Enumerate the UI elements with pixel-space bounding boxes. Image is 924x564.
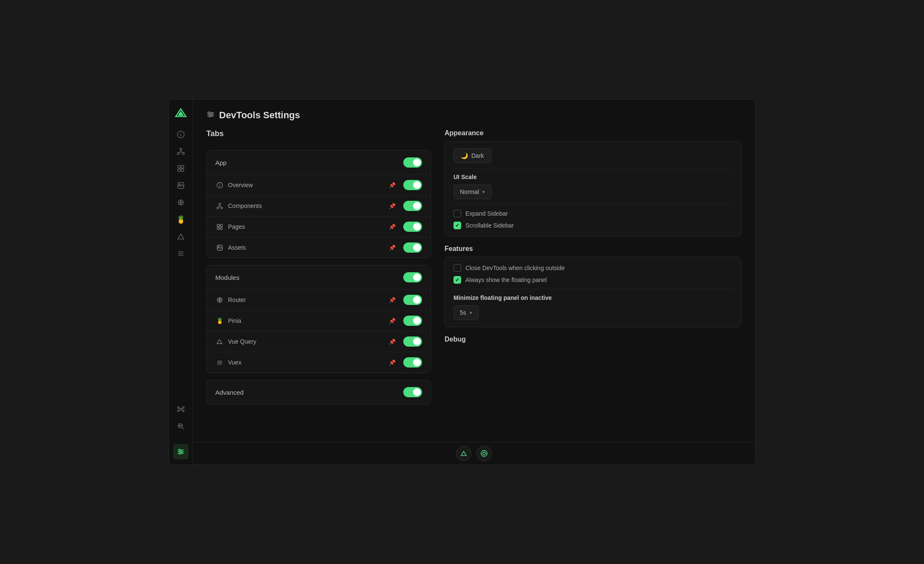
overview-label: Overview bbox=[228, 182, 385, 188]
assets-pin[interactable]: 📌 bbox=[389, 245, 396, 251]
ui-scale-chevron: ▾ bbox=[482, 189, 485, 195]
assets-toggle[interactable] bbox=[403, 242, 422, 253]
svg-point-40 bbox=[179, 453, 181, 454]
vuequery-label: Vue Query bbox=[228, 338, 385, 345]
pinia-pin[interactable]: 📌 bbox=[389, 318, 396, 324]
appearance-label: Appearance bbox=[445, 129, 741, 137]
router-pin[interactable]: 📌 bbox=[389, 297, 396, 303]
svg-rect-57 bbox=[220, 224, 222, 226]
svg-rect-59 bbox=[220, 227, 222, 229]
right-panel: Appearance 🌙 Dark UI Scale Normal ▾ bbox=[445, 129, 741, 433]
svg-point-44 bbox=[208, 111, 210, 113]
vuequery-row: Vue Query 📌 bbox=[207, 331, 431, 352]
advanced-label: Advanced bbox=[215, 389, 244, 396]
scrollable-sidebar-row: Scrollable Sidebar bbox=[453, 222, 733, 229]
app-main-row: App bbox=[207, 151, 431, 174]
sidebar-item-search[interactable] bbox=[173, 419, 188, 434]
components-pin[interactable]: 📌 bbox=[389, 203, 396, 209]
pinia-row: 🍍 Pinia 📌 bbox=[207, 310, 431, 331]
sidebar: 🍍 bbox=[169, 100, 193, 464]
sidebar-item-settings[interactable] bbox=[173, 444, 188, 459]
components-label: Components bbox=[228, 202, 385, 209]
always-show-panel-row: Always show the floating panel bbox=[453, 276, 733, 284]
router-row: Router 📌 bbox=[207, 289, 431, 310]
sidebar-item-router[interactable] bbox=[173, 195, 188, 210]
scrollable-sidebar-checkbox[interactable] bbox=[453, 222, 461, 229]
overview-toggle[interactable] bbox=[403, 180, 422, 190]
svg-point-25 bbox=[177, 410, 179, 412]
svg-line-10 bbox=[181, 152, 183, 153]
logo[interactable] bbox=[172, 105, 189, 122]
expand-sidebar-label: Expand Sidebar bbox=[465, 210, 508, 217]
ui-scale-dropdown[interactable]: Normal ▾ bbox=[453, 185, 491, 199]
left-panel: Tabs App O bbox=[206, 129, 445, 433]
modules-toggle[interactable] bbox=[403, 272, 422, 282]
router-toggle[interactable] bbox=[403, 295, 422, 305]
modules-group-card: Modules Router 📌 bbox=[206, 265, 431, 373]
sidebar-item-vuex[interactable] bbox=[173, 246, 188, 261]
always-show-panel-label: Always show the floating panel bbox=[465, 276, 547, 283]
pages-icon bbox=[215, 222, 224, 231]
svg-line-54 bbox=[218, 206, 220, 207]
divider-1 bbox=[453, 168, 733, 168]
svg-point-23 bbox=[177, 407, 179, 408]
vuequery-toggle[interactable] bbox=[403, 336, 422, 347]
svg-marker-18 bbox=[178, 234, 184, 239]
minimize-panel-label: Minimize floating panel on inactive bbox=[453, 294, 733, 301]
sidebar-item-pinia[interactable]: 🍍 bbox=[173, 212, 188, 227]
features-label: Features bbox=[445, 245, 741, 253]
content-area: Tabs App O bbox=[193, 129, 755, 442]
svg-point-26 bbox=[183, 410, 184, 412]
expand-sidebar-checkbox[interactable] bbox=[453, 210, 461, 217]
svg-line-30 bbox=[182, 410, 183, 410]
svg-point-68 bbox=[481, 450, 487, 456]
svg-line-9 bbox=[178, 152, 181, 153]
vuequery-pin[interactable]: 📌 bbox=[389, 339, 396, 345]
sidebar-item-info[interactable] bbox=[173, 127, 188, 142]
components-icon bbox=[215, 202, 224, 210]
theme-button[interactable]: 🌙 Dark bbox=[453, 148, 491, 163]
pages-toggle[interactable] bbox=[403, 222, 422, 232]
components-toggle[interactable] bbox=[403, 201, 422, 211]
pages-pin[interactable]: 📌 bbox=[389, 224, 396, 230]
svg-point-24 bbox=[183, 407, 184, 408]
close-devtools-checkbox[interactable] bbox=[453, 264, 461, 272]
svg-point-46 bbox=[209, 115, 211, 117]
features-card: Close DevTools when clicking outside Alw… bbox=[445, 257, 741, 327]
sidebar-item-assets[interactable] bbox=[173, 178, 188, 193]
features-divider bbox=[453, 289, 733, 289]
assets-icon bbox=[215, 243, 224, 252]
minimize-panel-dropdown[interactable]: 5s ▾ bbox=[453, 305, 479, 320]
svg-point-69 bbox=[483, 452, 485, 455]
modules-main-row: Modules bbox=[207, 265, 431, 289]
vuex-label: Vuex bbox=[228, 359, 385, 366]
assets-row: Assets 📌 bbox=[207, 237, 431, 258]
advanced-toggle[interactable] bbox=[403, 387, 422, 397]
pinia-toggle[interactable] bbox=[403, 316, 422, 326]
svg-rect-13 bbox=[178, 169, 180, 171]
vuex-toggle[interactable] bbox=[403, 357, 422, 367]
app-toggle[interactable] bbox=[403, 157, 422, 168]
always-show-panel-checkbox[interactable] bbox=[453, 276, 461, 284]
minimize-panel-value: 5s bbox=[460, 309, 466, 316]
vue-logo-button[interactable] bbox=[456, 446, 471, 461]
components-row: Components 📌 bbox=[207, 195, 431, 216]
svg-rect-12 bbox=[181, 165, 184, 168]
vuex-pin[interactable]: 📌 bbox=[389, 359, 396, 366]
svg-line-32 bbox=[182, 427, 184, 429]
target-button[interactable] bbox=[476, 446, 492, 461]
svg-point-7 bbox=[182, 153, 184, 155]
overview-pin[interactable]: 📌 bbox=[389, 182, 396, 188]
sidebar-item-components[interactable] bbox=[173, 144, 188, 159]
svg-rect-56 bbox=[217, 224, 219, 226]
sidebar-item-pages[interactable] bbox=[173, 161, 188, 176]
svg-point-6 bbox=[177, 153, 179, 155]
svg-point-38 bbox=[179, 449, 180, 451]
app-window: 🍍 bbox=[168, 99, 756, 465]
sidebar-item-vuequery[interactable] bbox=[173, 229, 188, 244]
svg-rect-58 bbox=[217, 227, 219, 229]
sidebar-item-graph[interactable] bbox=[173, 402, 188, 417]
settings-icon bbox=[206, 110, 215, 121]
features-section: Features Close DevTools when clicking ou… bbox=[445, 245, 741, 327]
app-label: App bbox=[215, 159, 227, 166]
